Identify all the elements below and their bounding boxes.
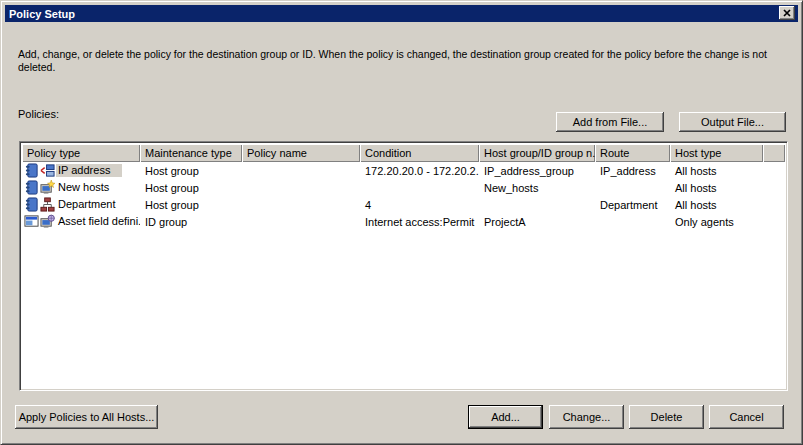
table-row[interactable]: New hosts Host group New_hosts All hosts	[22, 179, 785, 196]
new-host-icon	[40, 180, 55, 195]
route-cell: Department	[595, 199, 670, 211]
host-type-cell: Only agents	[670, 216, 763, 228]
host-type-cell: All hosts	[670, 182, 763, 194]
address-book-icon	[24, 163, 39, 178]
column-header-condition[interactable]: Condition	[360, 144, 479, 162]
host-group-cell: ProjectA	[479, 216, 595, 228]
condition-cell: Internet access:Permit	[360, 216, 479, 228]
change-button[interactable]: Change...	[549, 405, 624, 429]
title-bar[interactable]: Policy Setup	[5, 5, 798, 22]
cancel-button[interactable]: Cancel	[709, 405, 784, 429]
policy-type-cell: IP address	[56, 164, 122, 177]
route-cell: IP_address	[595, 165, 670, 177]
column-header-host-type[interactable]: Host type	[670, 144, 763, 162]
close-button[interactable]	[779, 6, 795, 20]
add-button[interactable]: Add...	[468, 405, 543, 429]
id-window-icon	[24, 214, 39, 229]
output-file-button[interactable]: Output File...	[679, 112, 786, 132]
close-icon	[783, 9, 791, 17]
column-header-policy-type[interactable]: Policy type	[22, 144, 140, 162]
maintenance-type-cell: Host group	[140, 199, 242, 211]
apply-policies-all-hosts-button[interactable]: Apply Policies to All Hosts...	[15, 405, 158, 429]
table-row[interactable]: Department Host group 4 Department All h…	[22, 196, 785, 213]
agent-host-icon	[40, 214, 55, 229]
column-header-blank[interactable]	[763, 144, 785, 162]
maintenance-type-cell: Host group	[140, 182, 242, 194]
add-from-file-button[interactable]: Add from File...	[556, 112, 664, 132]
ip-network-icon	[40, 163, 55, 178]
policies-list: Policy type Maintenance type Policy name…	[19, 141, 788, 391]
column-header-host-group[interactable]: Host group/ID group n...	[479, 144, 595, 162]
condition-cell: 4	[360, 199, 479, 211]
host-type-cell: All hosts	[670, 165, 763, 177]
address-book-icon	[24, 197, 39, 212]
policy-type-cell: New hosts	[56, 181, 111, 194]
list-header: Policy type Maintenance type Policy name…	[22, 144, 785, 162]
department-tree-icon	[40, 197, 55, 212]
dialog-description: Add, change, or delete the policy for th…	[18, 48, 780, 74]
table-row[interactable]: IP address Host group 172.20.20.0 - 172.…	[22, 162, 785, 179]
host-group-cell: New_hosts	[479, 182, 595, 194]
policy-setup-dialog: Policy Setup Add, change, or delete the …	[0, 0, 803, 445]
policy-type-cell: Asset field defini...	[56, 215, 140, 228]
column-header-maintenance-type[interactable]: Maintenance type	[140, 144, 242, 162]
policy-type-cell: Department	[56, 198, 117, 211]
column-header-route[interactable]: Route	[595, 144, 670, 162]
host-type-cell: All hosts	[670, 199, 763, 211]
address-book-icon	[24, 180, 39, 195]
host-group-cell: IP_address_group	[479, 165, 595, 177]
window-title: Policy Setup	[9, 8, 75, 20]
maintenance-type-cell: ID group	[140, 216, 242, 228]
column-header-policy-name[interactable]: Policy name	[242, 144, 360, 162]
maintenance-type-cell: Host group	[140, 165, 242, 177]
table-row[interactable]: Asset field defini... ID group Internet …	[22, 213, 785, 230]
delete-button[interactable]: Delete	[629, 405, 704, 429]
policies-label: Policies:	[18, 108, 59, 120]
condition-cell: 172.20.20.0 - 172.20.2...	[360, 165, 479, 177]
